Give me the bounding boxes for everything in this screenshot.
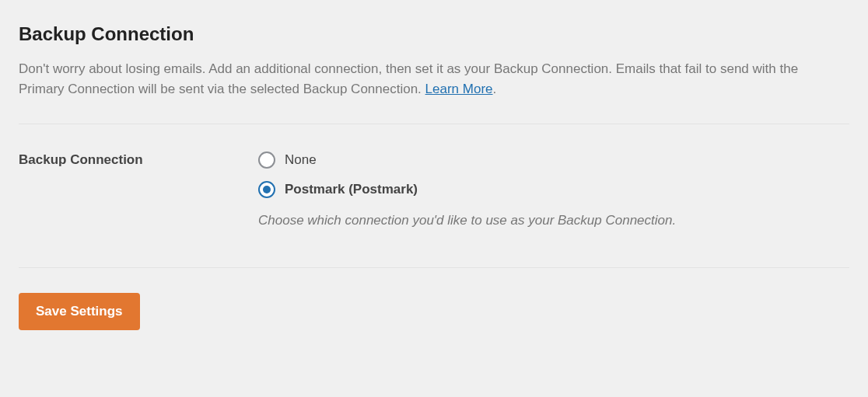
backup-connection-row: Backup Connection None Postmark (Postmar… — [19, 151, 849, 231]
radio-icon-selected — [258, 181, 275, 198]
section-title: Backup Connection — [19, 23, 849, 45]
radio-option-postmark[interactable]: Postmark (Postmark) — [258, 181, 849, 198]
divider-bottom — [19, 267, 849, 268]
section-description-end: . — [493, 82, 497, 96]
section-description: Don't worry about losing emails. Add an … — [19, 59, 843, 100]
save-settings-button[interactable]: Save Settings — [19, 293, 140, 330]
radio-label-postmark: Postmark (Postmark) — [285, 182, 418, 197]
backup-connection-label: Backup Connection — [19, 151, 258, 168]
divider — [19, 124, 849, 124]
learn-more-link[interactable]: Learn More — [425, 82, 493, 96]
radio-option-none[interactable]: None — [258, 151, 849, 169]
section-description-text: Don't worry about losing emails. Add an … — [19, 61, 798, 96]
radio-label-none: None — [285, 152, 317, 168]
radio-icon — [258, 151, 275, 169]
field-hint: Choose which connection you'd like to us… — [258, 211, 849, 231]
backup-connection-control: None Postmark (Postmark) Choose which co… — [258, 151, 849, 231]
